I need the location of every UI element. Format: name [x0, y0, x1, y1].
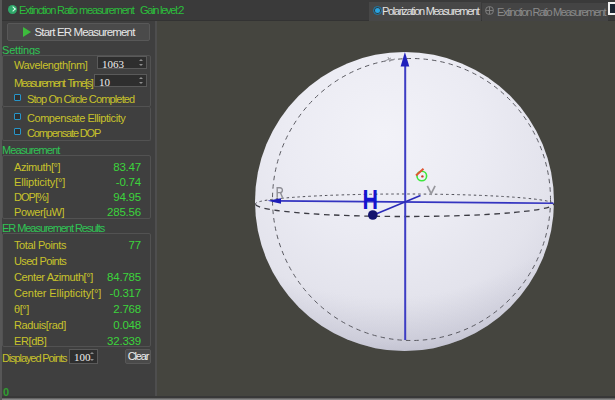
svg-text:H: H [363, 185, 379, 215]
